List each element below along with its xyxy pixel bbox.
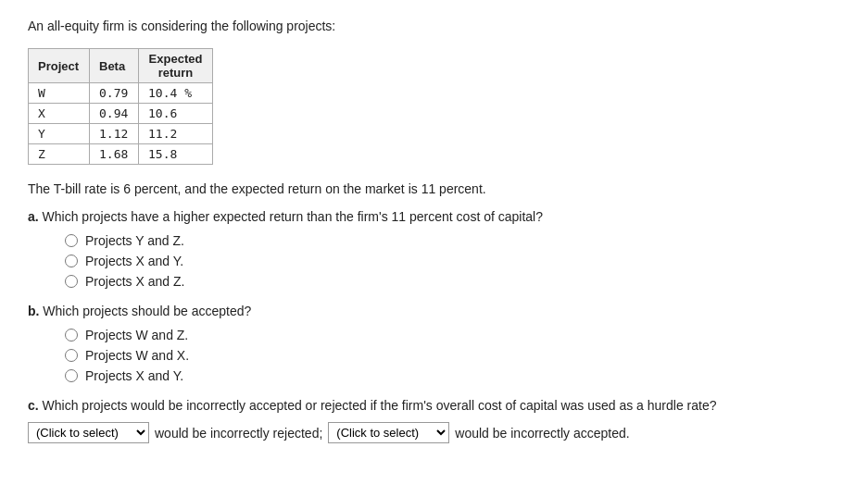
cell-project: W <box>29 83 90 104</box>
cell-beta: 1.12 <box>90 124 139 144</box>
question-a-text: a. Which projects have a higher expected… <box>28 209 840 224</box>
cell-return: 11.2 <box>139 124 213 144</box>
question-c-row: (Click to select)Projects W and XProject… <box>28 422 840 443</box>
question-c-text: c. Which projects would be incorrectly a… <box>28 398 840 413</box>
question-b-options: Projects W and Z.Projects W and X.Projec… <box>65 328 840 383</box>
question-c-section: c. Which projects would be incorrectly a… <box>28 398 840 443</box>
middle-text: would be incorrectly rejected; <box>155 426 322 441</box>
table-row: Y1.1211.2 <box>29 124 213 144</box>
table-row: Z1.6815.8 <box>29 144 213 165</box>
question-a-options: Projects Y and Z.Projects X and Y.Projec… <box>65 233 840 289</box>
question-b-option-2: Projects X and Y. <box>65 368 840 383</box>
col-header-return: Expectedreturn <box>139 49 213 83</box>
col-header-beta: Beta <box>90 49 139 83</box>
question-b-text: b. Which projects should be accepted? <box>28 304 840 318</box>
question-b-option-label-1: Projects W and X. <box>85 348 189 363</box>
question-a-radio-1[interactable] <box>65 255 78 267</box>
question-a-radio-0[interactable] <box>65 234 78 247</box>
question-b-label: b. <box>28 304 39 318</box>
cell-return: 15.8 <box>139 144 213 165</box>
cell-beta: 0.79 <box>90 83 139 104</box>
cell-return: 10.6 <box>139 104 213 124</box>
projects-table: Project Beta Expectedreturn W0.7910.4 %X… <box>28 48 213 165</box>
cell-beta: 1.68 <box>90 144 139 165</box>
intro-text: An all-equity firm is considering the fo… <box>28 19 840 33</box>
question-a-section: a. Which projects have a higher expected… <box>28 209 840 289</box>
question-a-option-2: Projects X and Z. <box>65 274 840 289</box>
cell-project: Y <box>29 124 90 144</box>
question-b-option-1: Projects W and X. <box>65 348 840 363</box>
question-a-option-label-2: Projects X and Z. <box>85 274 184 289</box>
question-b-option-0: Projects W and Z. <box>65 328 840 342</box>
cell-beta: 0.94 <box>90 104 139 124</box>
question-a-option-0: Projects Y and Z. <box>65 233 840 248</box>
question-b-section: b. Which projects should be accepted? Pr… <box>28 304 840 383</box>
table-row: X0.9410.6 <box>29 104 213 124</box>
dropdown-rejected[interactable]: (Click to select)Projects W and XProject… <box>28 422 149 443</box>
question-b-option-label-0: Projects W and Z. <box>85 328 188 342</box>
question-a-radio-2[interactable] <box>65 275 78 288</box>
question-b-radio-1[interactable] <box>65 349 78 362</box>
table-row: W0.7910.4 % <box>29 83 213 104</box>
col-header-project: Project <box>29 49 90 83</box>
tbill-text: The T-bill rate is 6 percent, and the ex… <box>28 181 840 196</box>
cell-return: 10.4 % <box>139 83 213 104</box>
cell-project: X <box>29 104 90 124</box>
question-c-label: c. <box>28 398 39 413</box>
cell-project: Z <box>29 144 90 165</box>
question-a-option-1: Projects X and Y. <box>65 254 840 268</box>
question-b-radio-2[interactable] <box>65 369 78 382</box>
end-text: would be incorrectly accepted. <box>455 426 629 441</box>
question-b-option-label-2: Projects X and Y. <box>85 368 183 383</box>
question-a-option-label-0: Projects Y and Z. <box>85 233 184 248</box>
question-a-option-label-1: Projects X and Y. <box>85 254 183 268</box>
question-b-radio-0[interactable] <box>65 329 78 342</box>
question-a-label: a. <box>28 209 39 224</box>
dropdown-accepted[interactable]: (Click to select)Projects W and XProject… <box>328 422 449 443</box>
